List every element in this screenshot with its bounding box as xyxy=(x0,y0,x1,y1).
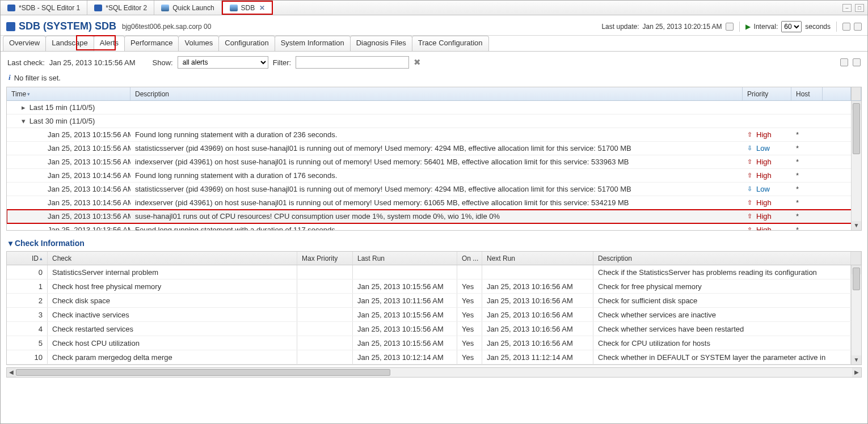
alerts-header: Time▾ Description Priority Host xyxy=(7,87,861,101)
col-id[interactable]: ID▴ xyxy=(7,252,48,265)
col-on[interactable]: On ... xyxy=(457,252,482,265)
filter-label: Filter: xyxy=(273,58,292,67)
alert-priority: Low xyxy=(743,144,791,152)
refresh-icon[interactable] xyxy=(726,23,734,31)
col-extra[interactable] xyxy=(823,87,851,100)
chevron-down-icon[interactable]: ▾ xyxy=(19,117,27,125)
nav-tab-alerts[interactable]: Alerts xyxy=(94,36,125,51)
col-check[interactable]: Check xyxy=(48,252,297,265)
editor-tab[interactable]: *SDB - SQL Editor 1 xyxy=(1,1,87,15)
check-row[interactable]: 0StatisticsServer internal problemCheck … xyxy=(7,265,861,279)
title-main: SDB (SYSTEM) SDB xyxy=(19,20,116,32)
minimize-button[interactable]: – xyxy=(842,4,852,12)
scroll-thumb[interactable] xyxy=(853,268,860,290)
col-description[interactable]: Description xyxy=(130,87,743,100)
check-row[interactable]: 2Check disk spaceJan 25, 2013 10:11:56 A… xyxy=(7,294,861,308)
alert-row[interactable]: Jan 25, 2013 10:15:56 AMFound long runni… xyxy=(7,128,861,142)
alert-row[interactable]: Jan 25, 2013 10:13:56 AMsuse-hanajl01 ru… xyxy=(7,210,861,223)
check-next-run: Jan 25, 2013 10:16:56 AM xyxy=(482,279,593,293)
export-icon[interactable] xyxy=(854,23,862,31)
copy-icon[interactable] xyxy=(842,23,850,31)
check-row[interactable]: 1Check host free physical memoryJan 25, … xyxy=(7,279,861,294)
col-priority[interactable]: Priority xyxy=(743,87,791,100)
check-name: Check host CPU utilization xyxy=(48,336,297,350)
check-next-run: Jan 25, 2013 10:16:56 AM xyxy=(482,336,593,350)
show-select[interactable]: all alerts xyxy=(178,56,268,69)
nav-tab-configuration[interactable]: Configuration xyxy=(218,36,275,51)
alert-priority: High xyxy=(743,226,791,230)
col-max-priority[interactable]: Max Priority xyxy=(297,252,353,265)
filter-row: Last check: Jan 25, 2013 10:15:56 AM Sho… xyxy=(1,52,867,71)
clear-filter-icon[interactable]: ✖ xyxy=(414,57,421,67)
chevron-right-icon[interactable]: ▸ xyxy=(19,103,27,112)
check-max-priority xyxy=(297,265,353,279)
check-max-priority xyxy=(297,322,353,336)
col-next-run[interactable]: Next Run xyxy=(482,252,593,265)
editor-tab[interactable]: *SQL Editor 2 xyxy=(87,1,154,15)
scroll-right-icon[interactable]: ▶ xyxy=(852,368,861,377)
col-check-description[interactable]: Description xyxy=(593,252,851,265)
scroll-down-icon[interactable]: ▼ xyxy=(852,355,861,364)
filter-input[interactable] xyxy=(296,56,409,69)
nav-tab-performance[interactable]: Performance xyxy=(124,36,179,51)
check-last-run xyxy=(353,265,457,279)
alert-row[interactable]: Jan 25, 2013 10:15:56 AMindexserver (pid… xyxy=(7,155,861,169)
properties-icon[interactable] xyxy=(853,58,861,66)
editor-tab-bar: *SDB - SQL Editor 1*SQL Editor 2Quick La… xyxy=(1,1,867,15)
col-time[interactable]: Time▾ xyxy=(7,87,130,100)
nav-tab-landscape[interactable]: Landscape xyxy=(45,36,94,51)
nav-tab-trace-configuration[interactable]: Trace Configuration xyxy=(412,36,489,51)
scroll-left-icon[interactable]: ◀ xyxy=(7,368,16,377)
info-row: i No filter is set. xyxy=(1,71,867,87)
alert-group-label: Last 30 min (11/0/5) xyxy=(30,117,95,125)
check-row[interactable]: 3Check inactive servicesJan 25, 2013 10:… xyxy=(7,308,861,322)
alert-row[interactable]: Jan 25, 2013 10:13:56 AMFound long runni… xyxy=(7,223,861,230)
maximize-button[interactable]: □ xyxy=(855,4,864,12)
alert-time: Jan 25, 2013 10:14:56 AM xyxy=(7,171,130,180)
alert-description: Found long running statement with a dura… xyxy=(130,130,743,139)
alert-time: Jan 25, 2013 10:15:56 AM xyxy=(7,144,130,152)
col-host[interactable]: Host xyxy=(791,87,823,100)
scrollbar-vertical[interactable]: ▲ ▼ xyxy=(851,101,861,230)
last-check-value: Jan 25, 2013 10:15:56 AM xyxy=(49,58,136,67)
sql-icon xyxy=(94,5,102,11)
close-icon[interactable]: ✕ xyxy=(259,4,265,12)
play-icon[interactable]: ▶ xyxy=(745,23,751,31)
col-last-run[interactable]: Last Run xyxy=(353,252,457,265)
alert-host: * xyxy=(791,198,823,207)
nav-tab-overview[interactable]: Overview xyxy=(3,36,46,51)
alert-host: * xyxy=(791,158,823,166)
check-id: 0 xyxy=(7,265,48,279)
nav-tab-diagnosis-files[interactable]: Diagnosis Files xyxy=(350,36,412,51)
editor-tab[interactable]: Quick Launch xyxy=(154,1,221,15)
check-last-run: Jan 25, 2013 10:15:56 AM xyxy=(353,322,457,336)
nav-tab-system-information[interactable]: System Information xyxy=(275,36,351,51)
alert-group-row[interactable]: ▸ Last 15 min (11/0/5) xyxy=(7,101,861,115)
check-row[interactable]: 5Check host CPU utilizationJan 25, 2013 … xyxy=(7,336,861,350)
page-title: SDB (SYSTEM) SDB xyxy=(6,20,116,32)
check-info-header[interactable]: ▾ Check Information xyxy=(9,239,862,248)
check-row[interactable]: 4Check restarted servicesJan 25, 2013 10… xyxy=(7,322,861,336)
alert-group-row[interactable]: ▾ Last 30 min (11/0/5) xyxy=(7,115,861,128)
alert-time: Jan 25, 2013 10:14:56 AM xyxy=(7,185,130,193)
scrollbar-horizontal[interactable]: ◀ ▶ xyxy=(6,367,862,378)
database-icon xyxy=(161,5,169,11)
configure-icon[interactable] xyxy=(840,58,848,66)
alert-host: * xyxy=(791,226,823,230)
interval-select[interactable]: 60 xyxy=(781,21,802,32)
alert-priority: High xyxy=(743,158,791,166)
check-row[interactable]: 10Check param mergedog delta mergeJan 25… xyxy=(7,350,861,364)
check-next-run: Jan 25, 2013 10:16:56 AM xyxy=(482,294,593,307)
scroll-down-icon[interactable]: ▼ xyxy=(852,221,861,230)
check-max-priority xyxy=(297,336,353,350)
scroll-thumb[interactable] xyxy=(16,369,390,376)
scroll-thumb[interactable] xyxy=(853,103,860,154)
alert-row[interactable]: Jan 25, 2013 10:14:56 AMstatisticsserver… xyxy=(7,183,861,196)
database-icon xyxy=(230,5,238,11)
editor-tab[interactable]: SDB✕ xyxy=(222,1,273,15)
alert-row[interactable]: Jan 25, 2013 10:14:56 AMFound long runni… xyxy=(7,169,861,183)
alert-row[interactable]: Jan 25, 2013 10:14:56 AMindexserver (pid… xyxy=(7,196,861,210)
nav-tab-volumes[interactable]: Volumes xyxy=(178,36,219,51)
alert-row[interactable]: Jan 25, 2013 10:15:56 AMstatisticsserver… xyxy=(7,142,861,155)
scrollbar-vertical[interactable]: ▲ ▼ xyxy=(851,265,861,364)
